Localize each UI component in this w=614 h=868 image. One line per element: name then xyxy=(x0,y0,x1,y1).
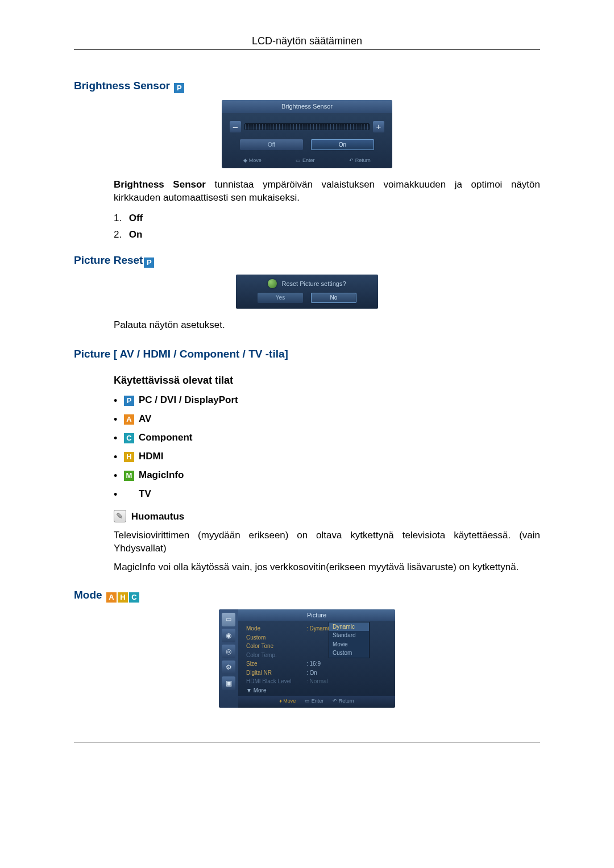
slider-decrease-button[interactable]: – xyxy=(230,121,241,132)
osd-brightness-sensor: Brightness Sensor – + Off On ◆ Move ▭ En… xyxy=(222,100,392,168)
option-1: 1. Off xyxy=(114,212,540,225)
p-icon: P xyxy=(124,396,134,406)
slider-increase-button[interactable]: + xyxy=(373,121,384,132)
mode-av-label: AV xyxy=(139,413,151,426)
slider-track[interactable] xyxy=(244,123,370,130)
osd-slider-row: – + xyxy=(222,113,392,139)
mode-pc-label: PC / DVI / DisplayPort xyxy=(139,394,238,407)
mode-popup[interactable]: Dynamic Standard Movie Custom xyxy=(329,622,370,658)
heading-text: Brightness Sensor xyxy=(74,80,170,92)
mode-item-pc: • P PC / DVI / DisplayPort xyxy=(114,394,540,407)
mode-item-hdmi: • H HDMI xyxy=(114,450,540,463)
row-digitalnr[interactable]: Digital NR : On xyxy=(246,668,388,678)
mode-item-magicinfo: • M MagicInfo xyxy=(114,469,540,482)
p-icon: P xyxy=(174,83,184,93)
m-icon: M xyxy=(124,471,134,481)
row-size-key: Size xyxy=(246,660,303,668)
note-icon xyxy=(114,510,126,522)
note-paragraph-2: MagicInfo voi olla käytössä vain, jos ve… xyxy=(114,561,540,574)
osd-title: Picture xyxy=(238,609,395,621)
side-icon-input[interactable]: ▭ xyxy=(222,613,235,626)
row-colortone-key: Color Tone xyxy=(246,642,303,650)
side-icon-multi[interactable]: ▣ xyxy=(222,676,235,690)
row-digitalnr-value: : On xyxy=(306,669,388,677)
info-icon xyxy=(268,279,277,288)
reset-yes-button[interactable]: Yes xyxy=(258,293,303,303)
h-icon: H xyxy=(124,452,134,462)
osd-side-icons: ▭ ◉ ◎ ⚙ ▣ xyxy=(219,609,238,708)
option-2-label: On xyxy=(129,229,143,240)
picture-reset-description: Palauta näytön asetukset. xyxy=(114,319,540,332)
option-2: 2. On xyxy=(114,229,540,242)
row-more[interactable]: ▼ More xyxy=(246,686,388,695)
row-mode-key: Mode xyxy=(246,625,303,633)
reset-question: Reset Picture settings? xyxy=(281,280,346,288)
osd-foot-move: ◆ Move xyxy=(243,157,262,164)
heading-text: Mode xyxy=(74,589,102,601)
row-colortemp-key: Color Temp. xyxy=(246,651,303,659)
mode-magicinfo-label: MagicInfo xyxy=(139,469,184,482)
mode-tv-label: TV xyxy=(139,488,151,501)
note-label: Huomautus xyxy=(131,511,185,522)
section-picture-reset-heading: Picture ResetP xyxy=(74,253,540,268)
osd-foot-move: ♦ Move xyxy=(279,697,296,704)
osd-foot-enter: ▭ Enter xyxy=(305,697,323,704)
osd-title: Brightness Sensor xyxy=(222,100,392,113)
row-digitalnr-key: Digital NR xyxy=(246,669,303,677)
row-hdmiblacklevel: HDMI Black Level : Normal xyxy=(246,677,388,686)
a-icon: A xyxy=(124,414,134,425)
osd-foot-return: ↶ Return xyxy=(349,157,371,164)
row-custom-key: Custom xyxy=(246,634,303,642)
reset-no-button[interactable]: No xyxy=(311,293,356,303)
brightness-sensor-description: Brightness Sensor tunnistaa ympäröivän v… xyxy=(114,178,540,205)
c-icon: C xyxy=(129,592,139,603)
side-icon-setup[interactable]: ⚙ xyxy=(222,661,235,674)
option-1-number: 1. xyxy=(114,212,126,225)
mode-hdmi-label: HDMI xyxy=(139,450,163,463)
available-modes-subheading: Käytettävissä olevat tilat xyxy=(114,373,540,387)
segment-on[interactable]: On xyxy=(311,139,374,151)
segment-off[interactable]: Off xyxy=(240,139,303,151)
section-picture-avhdmi-heading: Picture [ AV / HDMI / Component / TV -ti… xyxy=(74,347,540,362)
desc-lead: Brightness Sensor xyxy=(114,179,206,190)
row-size-value: : 16:9 xyxy=(306,660,388,668)
section-brightness-sensor-heading: Brightness Sensor P xyxy=(74,78,540,93)
section-mode-heading: Mode AHC xyxy=(74,588,540,603)
row-size[interactable]: Size : 16:9 xyxy=(246,659,388,668)
h-icon: H xyxy=(118,592,128,603)
option-2-number: 2. xyxy=(114,229,126,242)
mode-component-label: Component xyxy=(139,431,192,445)
page-footer-rule xyxy=(74,742,540,742)
side-icon-picture[interactable]: ◉ xyxy=(222,629,235,642)
page-header-title: LCD-näytön säätäminen xyxy=(74,34,540,50)
mode-item-tv: • TV xyxy=(114,488,540,501)
mode-item-component: • C Component xyxy=(114,431,540,445)
osd-foot-return: ↶ Return xyxy=(333,697,354,704)
note-paragraph-1: Televisiovirittimen (myydään erikseen) o… xyxy=(114,529,540,555)
osd-reset-dialog: Reset Picture settings? Yes No xyxy=(236,275,378,309)
popup-opt-dynamic[interactable]: Dynamic xyxy=(329,622,369,632)
p-icon: P xyxy=(144,258,154,268)
heading-text: Picture Reset xyxy=(74,254,143,266)
popup-opt-standard[interactable]: Standard xyxy=(329,631,369,640)
osd-foot-enter: ▭ Enter xyxy=(296,157,314,164)
row-more-key: ▼ More xyxy=(246,687,303,695)
side-icon-sound[interactable]: ◎ xyxy=(222,645,235,658)
a-icon: A xyxy=(106,592,117,603)
row-hdmibl-key: HDMI Black Level xyxy=(246,678,303,686)
option-1-label: Off xyxy=(129,213,143,223)
popup-opt-custom[interactable]: Custom xyxy=(329,649,369,658)
popup-opt-movie[interactable]: Movie xyxy=(329,640,369,649)
mode-item-av: • A AV xyxy=(114,413,540,426)
c-icon: C xyxy=(124,433,134,443)
row-hdmibl-value: : Normal xyxy=(306,678,388,686)
